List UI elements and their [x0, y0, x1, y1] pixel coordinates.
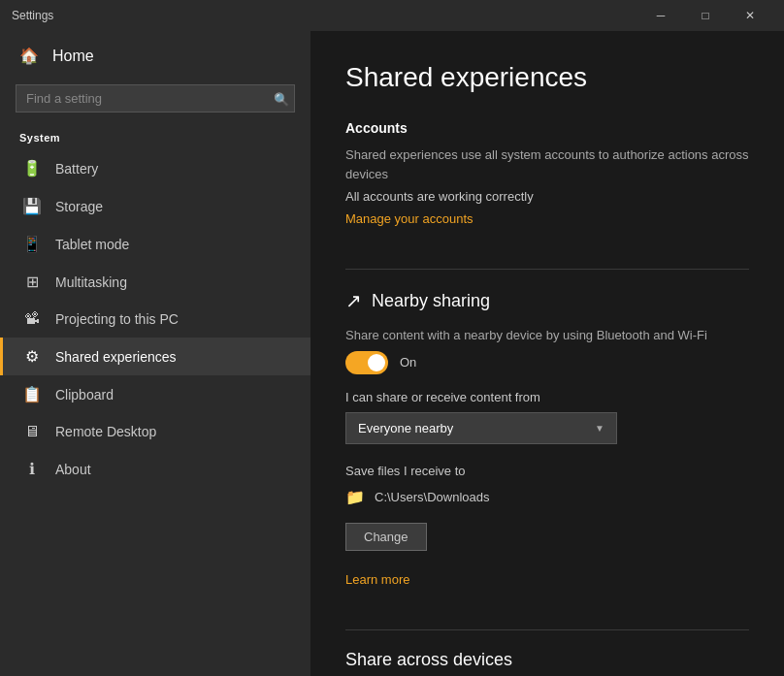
sidebar-item-remote[interactable]: 🖥 Remote Desktop	[0, 413, 310, 450]
search-input[interactable]	[16, 84, 295, 113]
search-icon-button[interactable]: 🔍	[274, 91, 289, 106]
multitasking-icon: ⊞	[22, 273, 42, 291]
home-icon: 🏠	[19, 47, 39, 65]
sidebar-item-tablet[interactable]: 📱 Tablet mode	[0, 225, 310, 263]
save-files-row: 📁 C:\Users\Downloads	[345, 488, 749, 507]
battery-icon: 🔋	[22, 159, 42, 177]
sidebar-item-label: Storage	[55, 199, 103, 214]
chevron-down-icon: ▼	[595, 423, 604, 434]
minimize-button[interactable]: ─	[638, 0, 683, 31]
maximize-button[interactable]: □	[683, 0, 728, 31]
sidebar-section-title: System	[0, 124, 310, 149]
window-title: Settings	[12, 9, 638, 22]
projecting-icon: 📽	[22, 310, 42, 328]
content-area: Shared experiences Accounts Shared exper…	[310, 31, 784, 676]
sidebar-home-label: Home	[52, 48, 94, 65]
storage-icon: 💾	[22, 197, 42, 215]
remote-icon: 🖥	[22, 423, 42, 440]
page-title: Shared experiences	[345, 62, 749, 93]
share-from-dropdown[interactable]: Everyone nearby ▼	[345, 412, 617, 444]
nearby-sharing-heading: ↗ Nearby sharing	[345, 289, 749, 312]
about-icon: ℹ	[22, 460, 42, 478]
share-across-title: Share across devices	[345, 650, 749, 670]
sidebar-item-clipboard[interactable]: 📋 Clipboard	[0, 375, 310, 413]
tablet-icon: 📱	[22, 235, 42, 253]
toggle-on-label: On	[400, 355, 416, 370]
sidebar-item-label: Projecting to this PC	[55, 311, 179, 327]
main-layout: 🏠 Home 🔍 System 🔋 Battery 💾 Storage 📱 Ta…	[0, 31, 784, 676]
sidebar-item-storage[interactable]: 💾 Storage	[0, 187, 310, 225]
nearby-sharing-toggle[interactable]	[345, 351, 388, 374]
nearby-share-icon: ↗	[345, 289, 362, 312]
sidebar-item-battery[interactable]: 🔋 Battery	[0, 149, 310, 187]
titlebar: Settings ─ □ ✕	[0, 0, 784, 31]
accounts-status: All accounts are working correctly	[345, 189, 749, 204]
clipboard-icon: 📋	[22, 385, 42, 403]
sidebar-item-label: Shared experiences	[55, 349, 177, 365]
change-button[interactable]: Change	[345, 523, 427, 551]
accounts-section-title: Accounts	[345, 120, 749, 136]
sidebar-item-label: Multitasking	[55, 274, 127, 290]
window-controls: ─ □ ✕	[638, 0, 772, 31]
shared-icon: ⚙	[22, 347, 42, 366]
divider-1	[345, 269, 749, 270]
accounts-description: Shared experiences use all system accoun…	[345, 145, 749, 183]
close-button[interactable]: ✕	[728, 0, 772, 31]
sidebar-item-projecting[interactable]: 📽 Projecting to this PC	[0, 301, 310, 338]
save-path: C:\Users\Downloads	[375, 490, 490, 504]
sidebar-item-label: Tablet mode	[55, 237, 129, 252]
save-files-label: Save files I receive to	[345, 464, 749, 478]
sidebar-item-shared[interactable]: ⚙ Shared experiences	[0, 338, 310, 375]
nearby-description: Share content with a nearby device by us…	[345, 326, 749, 345]
nearby-sharing-title: Nearby sharing	[372, 291, 490, 311]
sidebar-item-home[interactable]: 🏠 Home	[0, 31, 310, 80]
sidebar-item-label: About	[55, 462, 91, 477]
manage-accounts-link[interactable]: Manage your accounts	[345, 211, 474, 226]
sidebar: 🏠 Home 🔍 System 🔋 Battery 💾 Storage 📱 Ta…	[0, 31, 310, 676]
dropdown-value: Everyone nearby	[358, 421, 453, 435]
search-box: 🔍	[16, 84, 295, 113]
sidebar-item-label: Clipboard	[55, 387, 114, 402]
sidebar-item-about[interactable]: ℹ About	[0, 450, 310, 488]
learn-more-link[interactable]: Learn more	[345, 572, 409, 587]
sidebar-item-label: Remote Desktop	[55, 424, 156, 439]
toggle-knob	[368, 354, 385, 371]
nearby-toggle-row: On	[345, 351, 749, 374]
sidebar-item-multitasking[interactable]: ⊞ Multitasking	[0, 263, 310, 301]
divider-2	[345, 629, 749, 630]
folder-icon: 📁	[345, 488, 365, 507]
share-from-label: I can share or receive content from	[345, 390, 749, 404]
sidebar-item-label: Battery	[55, 161, 98, 177]
